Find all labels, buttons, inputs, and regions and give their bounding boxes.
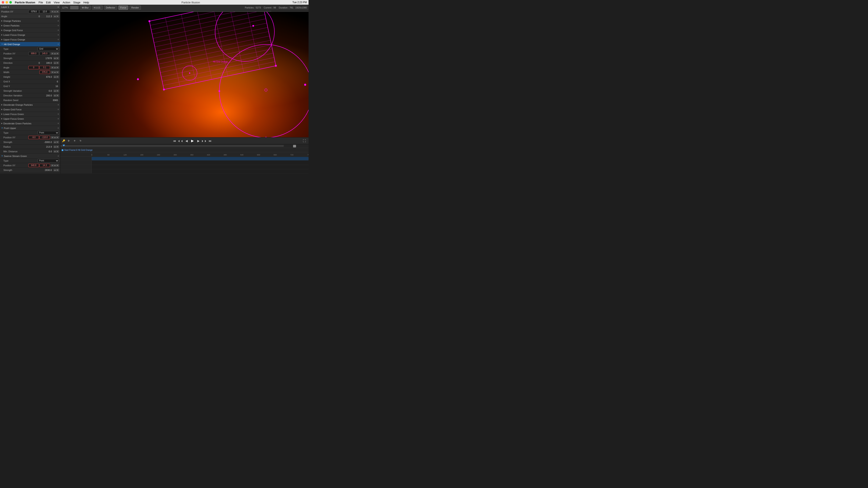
pu-md-slider[interactable]: ▬: [54, 150, 56, 153]
w-slider[interactable]: ▬: [54, 71, 56, 73]
pu-pos-y[interactable]: [39, 136, 50, 139]
menu-view[interactable]: View: [54, 1, 60, 4]
pos-y-input[interactable]: [39, 52, 50, 55]
pu-rad-slider[interactable]: ▬: [54, 145, 56, 148]
h-slider[interactable]: ▬: [54, 76, 56, 78]
close-button[interactable]: [2, 1, 4, 4]
hamburger-icon[interactable]: ≡: [58, 113, 59, 115]
pos-slider[interactable]: ▬: [54, 10, 56, 13]
pu-slider[interactable]: ▬: [54, 136, 56, 139]
rotate-tool-btn[interactable]: ↻: [78, 138, 83, 143]
step-fwd-btn[interactable]: ▶: [196, 138, 201, 143]
menu-file[interactable]: File: [38, 1, 43, 4]
w-arrow-left[interactable]: ◀: [51, 71, 53, 73]
pu-arrow-right[interactable]: ▶: [56, 136, 59, 139]
ssg-str-right[interactable]: ▶: [56, 169, 59, 171]
pos-slider-btn[interactable]: ▬: [54, 52, 56, 55]
dv-arrow-right[interactable]: ▶: [56, 94, 59, 97]
force-item-green-particles[interactable]: ▶ Green Particles ≡: [0, 23, 60, 28]
angle-y-input[interactable]: [39, 66, 50, 69]
hamburger-icon[interactable]: ≡: [58, 29, 59, 31]
scroll-thumb[interactable]: [60, 11, 271, 12]
sv-arrow-right[interactable]: ▶: [56, 90, 59, 92]
ssg-rad-slider[interactable]: ▬: [54, 173, 56, 174]
hamburger-icon[interactable]: ≡: [58, 34, 59, 36]
menu-help[interactable]: Help: [84, 1, 89, 4]
hamburger-icon[interactable]: ≡: [58, 43, 59, 45]
force-item-orange-grid-force[interactable]: ▶ Orange Grid Force ≡: [0, 28, 60, 33]
minimize-button[interactable]: [5, 1, 8, 4]
pu-md-right[interactable]: ▶: [56, 150, 59, 153]
hamburger-icon[interactable]: ≡: [58, 38, 59, 41]
force-item-swerve-stream-green[interactable]: ▼ Swerve Stream Green ≡: [0, 154, 60, 158]
str-slider[interactable]: ▬: [54, 57, 56, 60]
pu-arrow-left[interactable]: ◀: [51, 136, 53, 139]
ssg-type-select[interactable]: Point: [38, 159, 59, 163]
pos-x-input[interactable]: [28, 52, 39, 55]
menu-action[interactable]: Action: [63, 1, 70, 4]
force-item-orange-particles[interactable]: ▶ Orange Particles ≡: [0, 19, 60, 23]
ssg-arrow-right[interactable]: ▶: [56, 164, 59, 167]
dir-slider[interactable]: ▬: [54, 62, 56, 64]
angle-slider[interactable]: ▬: [54, 15, 56, 18]
pu-type-select[interactable]: Point: [38, 131, 59, 135]
prev-frame-btn[interactable]: ⏴⏴: [178, 138, 183, 143]
sv-slider[interactable]: ▬: [54, 90, 56, 92]
force-item-decelerate-orange[interactable]: ▶ Decelerate Orange Particles ≡: [0, 102, 60, 107]
force-item-decelerate-green[interactable]: ▶ Decelerate Green Particles ≡: [0, 121, 60, 126]
hamburger-icon[interactable]: ≡: [58, 20, 59, 22]
hamburger-icon[interactable]: ≡: [58, 127, 59, 129]
m-blur-btn[interactable]: M-Blur: [80, 5, 91, 10]
hamburger-icon[interactable]: ≡: [58, 104, 59, 106]
scrubber-thumb[interactable]: [293, 145, 296, 148]
position-y-input[interactable]: 12.0: [39, 10, 50, 13]
force-item-upper-focus-green[interactable]: ▶ Upper Focus Green ≡: [0, 117, 60, 121]
ssg-str-slider[interactable]: ▬: [54, 169, 56, 171]
fullscreen-btn[interactable]: ⛶: [302, 138, 307, 143]
dir-arrow-right[interactable]: ▶: [56, 62, 59, 64]
track-block-1[interactable]: [92, 157, 309, 160]
playhead-marker[interactable]: [63, 145, 65, 147]
hamburger-icon[interactable]: ≡: [58, 24, 59, 27]
force-item-upper-focus-orange[interactable]: ▶ Upper Focus Orange ≡: [0, 37, 60, 42]
angle-arrow-right[interactable]: ▶: [56, 66, 59, 69]
hamburger-icon[interactable]: ≡: [58, 118, 59, 120]
step-back-btn[interactable]: ◀: [184, 138, 189, 143]
pu-rad-right[interactable]: ▶: [56, 145, 59, 148]
ssg-arrow-left[interactable]: ◀: [51, 164, 53, 167]
ssg-pos-y[interactable]: [39, 164, 50, 167]
pos-arrow-left[interactable]: ◀: [51, 52, 53, 55]
force-item-hit-grid-orange[interactable]: ▼ Hit Grid Orange ≡: [0, 42, 60, 46]
play-btn[interactable]: ▶: [190, 138, 195, 143]
render-btn[interactable]: Render: [129, 5, 141, 10]
add-tool-btn[interactable]: ✛: [72, 138, 77, 143]
angle-slider-btn[interactable]: ▬: [54, 66, 56, 69]
force-item-lower-focus-orange[interactable]: ▶ Lower Focus Orange ≡: [0, 33, 60, 37]
force-item-green-grid-force[interactable]: ▶ Green Grid Force ≡: [0, 107, 60, 112]
pos-arrow-right[interactable]: ▶: [56, 52, 59, 55]
move-tool-btn[interactable]: ✛: [66, 138, 71, 143]
pu-pos-x[interactable]: [28, 136, 39, 139]
hamburger-icon[interactable]: ≡: [58, 108, 59, 110]
dv-slider[interactable]: ▬: [54, 94, 56, 97]
pos-left-btn[interactable]: ◀: [51, 10, 53, 13]
pu-str-slider[interactable]: ▬: [54, 141, 56, 143]
force-btn[interactable]: Force: [119, 5, 128, 10]
force-item-lower-focus-green[interactable]: ▶ Lower Focus Green ≡: [0, 112, 60, 117]
next-frame-btn[interactable]: ⏵⏵: [202, 138, 207, 143]
ssg-pos-x[interactable]: [28, 164, 39, 167]
hamburger-icon[interactable]: ≡: [58, 122, 59, 125]
h-arrow-right[interactable]: ▶: [56, 76, 59, 78]
position-x-input[interactable]: -579.0: [28, 10, 39, 13]
ssg-slider[interactable]: ▬: [54, 164, 56, 167]
hamburger-icon[interactable]: ≡: [58, 155, 59, 157]
ssg-rad-right[interactable]: ▶: [56, 173, 59, 174]
type-select[interactable]: Grid Point: [38, 47, 59, 51]
str-arrow-right[interactable]: ▶: [56, 57, 59, 60]
pos-right-btn[interactable]: ▶: [56, 10, 59, 13]
goto-start-btn[interactable]: ⏮: [172, 138, 177, 143]
angle-right-btn[interactable]: ▶: [56, 15, 59, 18]
deflector-btn[interactable]: Deflector: [104, 5, 117, 10]
force-item-push-upper[interactable]: ▼ Push Upper ≡: [0, 126, 60, 130]
angle-arrow-left[interactable]: ◀: [51, 66, 53, 69]
